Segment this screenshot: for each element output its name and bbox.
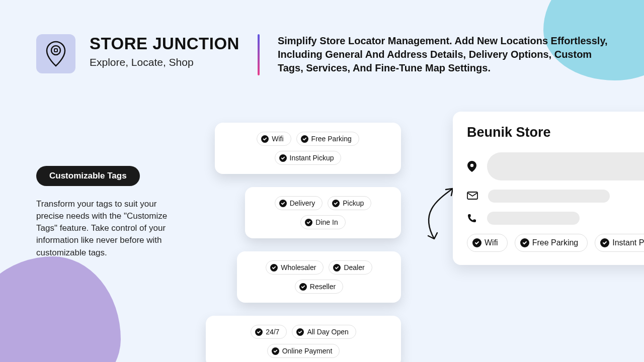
tag-group-card: 24/7 All Day Open Online Payment xyxy=(206,316,401,362)
check-icon xyxy=(272,347,279,355)
tag-chip[interactable]: 24/7 xyxy=(251,325,287,339)
tag-label: Wifi xyxy=(485,238,498,247)
header-divider xyxy=(258,34,260,75)
tag-group-card: Wholesaler Dealer Reseller xyxy=(237,251,401,303)
address-placeholder xyxy=(487,152,644,180)
svg-point-0 xyxy=(51,46,60,55)
page-header: STORE JUNCTION Explore, Locate, Shop Sim… xyxy=(36,34,608,75)
brand-title: STORE JUNCTION xyxy=(90,34,239,53)
check-icon xyxy=(600,238,609,247)
tag-label: Instant Pickup xyxy=(290,154,334,162)
tag-label: 24/7 xyxy=(266,328,279,336)
tag-label: Dealer xyxy=(344,263,364,272)
tag-chip[interactable]: Instant Pickup xyxy=(275,151,342,165)
tag-label: Pickup xyxy=(343,199,364,207)
tag-label: Wifi xyxy=(272,135,283,143)
feature-column: Customizable Tags Transform your tags to… xyxy=(36,166,177,259)
decorative-blob-bottom xyxy=(0,256,121,362)
tag-chip[interactable]: Dealer xyxy=(329,260,372,275)
tag-groups-column: Wifi Free Parking Instant Pickup Deliver… xyxy=(215,123,401,362)
tag-group-card: Wifi Free Parking Instant Pickup xyxy=(215,123,401,174)
arrow-annotation xyxy=(405,186,460,246)
check-icon xyxy=(296,328,304,336)
tag-label: Free Parking xyxy=(532,238,579,247)
store-address-row xyxy=(467,152,644,180)
tag-label: Reseller xyxy=(310,283,336,291)
tag-label: Dine In xyxy=(315,218,338,226)
tag-label: Delivery xyxy=(290,199,315,207)
header-description: Simplify Store Locator Management. Add N… xyxy=(278,34,608,75)
tag-label: All Day Open xyxy=(307,328,348,336)
tag-chip[interactable]: All Day Open xyxy=(292,325,356,339)
location-pin-icon xyxy=(45,41,66,67)
check-icon xyxy=(255,328,263,336)
check-icon xyxy=(333,264,341,272)
tag-label: Online Payment xyxy=(282,347,333,355)
store-email-row xyxy=(467,190,644,203)
svg-point-2 xyxy=(470,164,473,167)
store-detail-card: Beunik Store Wifi Free Parking Instant P… xyxy=(453,112,644,265)
tag-chip[interactable]: Pickup xyxy=(328,196,371,210)
tag-chip[interactable]: Wholesaler xyxy=(266,260,324,275)
check-icon xyxy=(279,154,287,162)
tag-chip[interactable]: Wifi xyxy=(257,132,291,146)
tag-chip[interactable]: Dine In xyxy=(300,215,345,229)
tag-label: Free Parking xyxy=(311,135,352,143)
check-icon xyxy=(299,283,307,291)
tag-label: Instant Pickup xyxy=(612,238,644,247)
location-pin-icon xyxy=(467,160,477,172)
tag-chip[interactable]: Reseller xyxy=(295,280,343,294)
tag-chip[interactable]: Online Payment xyxy=(267,344,340,358)
store-title: Beunik Store xyxy=(467,125,644,140)
check-icon xyxy=(472,238,481,247)
phone-icon xyxy=(467,213,477,223)
check-icon xyxy=(261,135,269,143)
tag-chip[interactable]: Instant Pickup xyxy=(595,234,644,252)
tag-label: Wholesaler xyxy=(281,263,316,272)
store-tags-row: Wifi Free Parking Instant Pickup xyxy=(467,234,644,252)
email-placeholder xyxy=(488,190,610,203)
tag-chip[interactable]: Wifi xyxy=(467,234,508,252)
tag-group-card: Delivery Pickup Dine In xyxy=(245,187,401,238)
brand-text: STORE JUNCTION Explore, Locate, Shop xyxy=(90,34,239,68)
store-phone-row xyxy=(467,212,644,225)
tag-chip[interactable]: Free Parking xyxy=(296,132,359,146)
svg-rect-1 xyxy=(54,49,57,52)
check-icon xyxy=(332,200,340,207)
brand-logo xyxy=(36,34,75,73)
feature-badge: Customizable Tags xyxy=(36,166,140,186)
tag-chip[interactable]: Delivery xyxy=(275,196,323,210)
check-icon xyxy=(520,238,529,247)
email-icon xyxy=(467,192,478,201)
check-icon xyxy=(301,135,308,143)
check-icon xyxy=(279,200,287,207)
tag-chip[interactable]: Free Parking xyxy=(515,234,588,252)
brand-tagline: Explore, Locate, Shop xyxy=(90,56,239,68)
phone-placeholder xyxy=(487,212,580,225)
check-icon xyxy=(270,264,278,272)
feature-description: Transform your tags to suit your precise… xyxy=(36,198,177,259)
check-icon xyxy=(305,219,312,226)
